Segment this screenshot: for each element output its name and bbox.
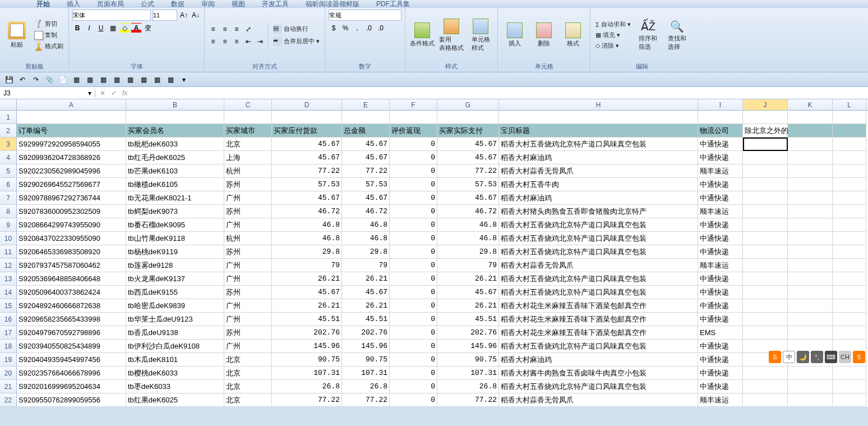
cell[interactable]: [272, 111, 342, 124]
col-header-G[interactable]: G: [437, 99, 499, 110]
qat-btn[interactable]: ▦: [151, 74, 163, 85]
cell[interactable]: 苏州: [224, 286, 272, 299]
cell[interactable]: 77.22: [342, 393, 390, 407]
cell[interactable]: 45.67: [437, 286, 499, 299]
align-bottom-button[interactable]: ≡: [232, 24, 242, 34]
row-header[interactable]: 18: [0, 340, 17, 353]
cell[interactable]: [833, 151, 866, 164]
currency-button[interactable]: $: [329, 23, 339, 33]
qat-btn[interactable]: ▦: [84, 74, 95, 85]
cell[interactable]: 0: [390, 299, 437, 313]
cell[interactable]: 中通快递: [698, 232, 743, 245]
cell[interactable]: 广州: [224, 272, 272, 286]
cell[interactable]: S9203940550825434899: [17, 340, 126, 353]
cell[interactable]: [833, 178, 866, 191]
cell[interactable]: 稻香大村五香烧鸡北京特产道口风味真空包装: [499, 232, 698, 245]
cell[interactable]: 77.22: [437, 393, 499, 407]
cell[interactable]: 0: [390, 353, 437, 367]
cell[interactable]: [743, 178, 788, 191]
cell[interactable]: [17, 111, 126, 124]
save-button[interactable]: 💾: [3, 74, 15, 85]
col-header-A[interactable]: A: [17, 99, 126, 110]
cell[interactable]: tb杨桃deK9119: [126, 245, 224, 259]
qat-btn[interactable]: ▦: [71, 74, 82, 85]
cell[interactable]: 中通快递: [698, 191, 743, 205]
number-format-select[interactable]: [329, 10, 401, 21]
cell[interactable]: 45.67: [272, 151, 342, 164]
qat-btn[interactable]: ▦: [111, 74, 122, 85]
cell[interactable]: 46.72: [342, 205, 390, 218]
indent-dec-button[interactable]: ⇤: [243, 36, 253, 47]
clear-button[interactable]: ◇ 清除 ▾: [594, 41, 632, 51]
wrap-text-button[interactable]: ▤自动换行: [271, 24, 321, 34]
ime-mode[interactable]: 🌙: [797, 351, 809, 363]
header-cell[interactable]: 宝贝标题: [499, 124, 698, 138]
row-header[interactable]: 10: [0, 232, 17, 245]
cell[interactable]: 稻香大村五香烧鸡北京特产道口风味真空包装: [499, 245, 698, 259]
cell[interactable]: 202.76: [342, 326, 390, 340]
row-header[interactable]: 16: [0, 313, 17, 326]
qat-btn[interactable]: 📄: [57, 74, 68, 85]
font-name-input[interactable]: [72, 10, 151, 21]
cell[interactable]: 77.22: [272, 164, 342, 178]
cell[interactable]: tb哈密瓜deK9839: [126, 299, 224, 313]
cell[interactable]: 苏州: [224, 178, 272, 191]
cell[interactable]: 45.67: [437, 151, 499, 164]
italic-button[interactable]: I: [84, 23, 94, 33]
cell[interactable]: 中通快递: [698, 178, 743, 191]
cell[interactable]: 77.22: [342, 164, 390, 178]
cell[interactable]: 0: [390, 164, 437, 178]
cell[interactable]: [743, 111, 788, 124]
ime-icon[interactable]: S: [769, 351, 781, 363]
cell[interactable]: 0: [390, 326, 437, 340]
cell[interactable]: 0: [390, 151, 437, 164]
cell[interactable]: 稻香大村猪头肉熟食五香即食猪脸肉北京特产: [499, 205, 698, 218]
cell[interactable]: 苏州: [224, 245, 272, 259]
underline-button[interactable]: U: [96, 23, 106, 33]
row-header[interactable]: 2: [0, 124, 17, 138]
cut-button[interactable]: 剪切: [33, 19, 65, 29]
cell[interactable]: [833, 245, 866, 259]
cell[interactable]: 45.67: [342, 138, 390, 151]
header-cell[interactable]: [833, 124, 866, 138]
bold-button[interactable]: B: [72, 23, 82, 33]
cell[interactable]: 46.8: [272, 232, 342, 245]
cell[interactable]: 0: [390, 340, 437, 353]
cell[interactable]: 上海: [224, 151, 272, 164]
align-middle-button[interactable]: ≡: [220, 24, 230, 34]
header-cell[interactable]: 物流公司: [698, 124, 743, 138]
cell[interactable]: 107.31: [342, 367, 390, 380]
cell[interactable]: [743, 380, 788, 393]
col-header-J[interactable]: J: [743, 99, 788, 110]
cell[interactable]: [788, 286, 833, 299]
cell[interactable]: EMS: [698, 326, 743, 340]
cell[interactable]: 145.96: [437, 340, 499, 353]
ime-punct[interactable]: °,: [811, 351, 823, 363]
cell[interactable]: [743, 218, 788, 232]
cell[interactable]: [743, 138, 788, 151]
cell[interactable]: 稻香大村蒜香无骨凤爪: [499, 164, 698, 178]
formula-input[interactable]: [133, 90, 864, 97]
cell[interactable]: [788, 138, 833, 151]
cell[interactable]: tb香瓜deU9138: [126, 326, 224, 340]
cell[interactable]: 145.96: [342, 340, 390, 353]
align-top-button[interactable]: ≡: [208, 24, 218, 34]
col-header-B[interactable]: B: [126, 99, 224, 110]
header-cell[interactable]: 买家城市: [224, 124, 272, 138]
align-right-button[interactable]: ≡: [232, 36, 242, 47]
cell[interactable]: 中通快递: [698, 272, 743, 286]
cell[interactable]: tb芒果deK6103: [126, 164, 224, 178]
cell[interactable]: [743, 286, 788, 299]
cell[interactable]: [788, 393, 833, 407]
cell[interactable]: 稻香大村花生米麻辣五香味下酒菜包邮真空作: [499, 313, 698, 326]
select-all-corner[interactable]: [0, 99, 17, 110]
cell[interactable]: [499, 111, 698, 124]
row-header[interactable]: 3: [0, 138, 17, 151]
cell[interactable]: [743, 313, 788, 326]
cell[interactable]: tb华莱士瓜deU9123: [126, 313, 224, 326]
cell[interactable]: [833, 393, 866, 407]
row-header[interactable]: 19: [0, 353, 17, 367]
cell[interactable]: 广州: [224, 340, 272, 353]
cell[interactable]: [788, 111, 833, 124]
row-header[interactable]: 14: [0, 286, 17, 299]
